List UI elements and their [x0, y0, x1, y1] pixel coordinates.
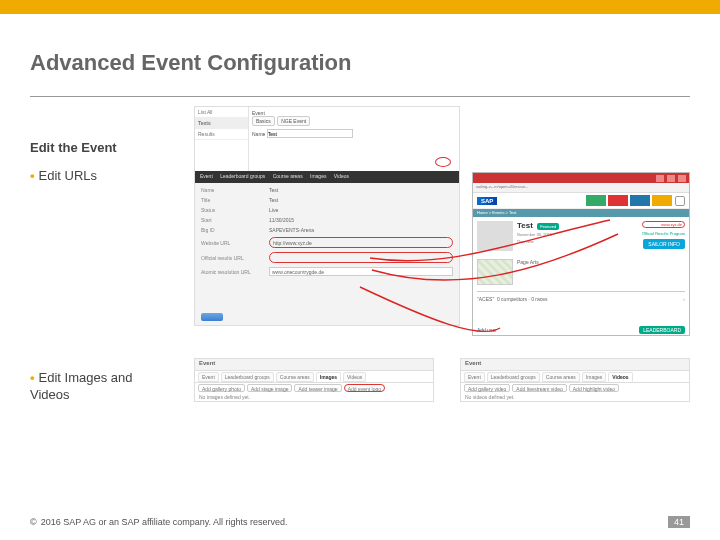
- leaderboard-button[interactable]: LEADERBOARD: [639, 326, 685, 334]
- event-date: November 30, 2015: [517, 232, 559, 237]
- races-sub: 0 competitors · 0 races: [497, 296, 548, 302]
- add-user-link[interactable]: Add user: [477, 327, 497, 333]
- add-stage-image-button[interactable]: Add stage image: [247, 384, 293, 392]
- field-label: Atomic resolution URL: [201, 269, 269, 275]
- videos-tabstrip: Event Event Leaderboard groups Course ar…: [460, 358, 690, 402]
- add-event-logo-button[interactable]: Add event logo: [344, 384, 385, 392]
- bullet-icon: •: [30, 168, 35, 183]
- admin-form-body: NameTest TitleTest StatusLive Start11/30…: [195, 183, 459, 325]
- tab[interactable]: Leaderboard groups: [487, 372, 540, 382]
- map-thumbnail[interactable]: [477, 259, 513, 285]
- field-label: Title: [201, 197, 269, 203]
- page-number: 41: [668, 516, 690, 528]
- nav-tile[interactable]: [608, 195, 628, 206]
- title-divider: [30, 96, 690, 97]
- copyright-icon: ©: [30, 517, 37, 527]
- add-gallery-photo-button[interactable]: Add gallery photo: [198, 384, 245, 392]
- tab-basics[interactable]: Basics: [252, 116, 275, 126]
- dark-tab[interactable]: Course areas: [273, 173, 303, 179]
- browser-screenshot: sailing-v-..m/openui5/resour... SAP Home…: [472, 172, 690, 336]
- sailor-info-button[interactable]: SAILOR INFO: [643, 239, 685, 249]
- tabstrip-tabs: Event Leaderboard groups Course areas Im…: [461, 371, 689, 383]
- event-page-body: Test Featured November 30, 2015 Overview…: [473, 217, 689, 337]
- tabstrip-tabs: Event Leaderboard groups Course areas Im…: [195, 371, 433, 383]
- header-name-input[interactable]: [267, 129, 353, 138]
- field-value: Test: [269, 197, 453, 203]
- event-name: Test: [517, 221, 533, 230]
- tabstrip-head: Event: [461, 359, 689, 371]
- official-results-url-value[interactable]: [269, 252, 453, 263]
- admin-header-tabs: Basics NGE Event: [252, 116, 456, 126]
- atomic-url-value[interactable]: www.onecountrygde.de: [269, 267, 453, 276]
- tab[interactable]: Event: [464, 372, 485, 382]
- sidebar-item[interactable]: List All: [195, 107, 248, 118]
- edit-button[interactable]: [201, 313, 223, 321]
- tabstrip-head: Event: [195, 359, 433, 371]
- page-section-label: Page Arts: [517, 259, 539, 285]
- nav-tile[interactable]: [630, 195, 650, 206]
- website-url-value[interactable]: http://www.xyz.de: [269, 237, 453, 248]
- admin-header: Event Basics NGE Event Name: [249, 107, 459, 171]
- tab[interactable]: Images: [582, 372, 606, 382]
- races-label: "ACES": [477, 296, 494, 302]
- search-icon[interactable]: [675, 196, 685, 206]
- tab[interactable]: Leaderboard groups: [221, 372, 274, 382]
- breadcrumb-bar[interactable]: Home > Events > Test: [473, 209, 689, 217]
- images-tabstrip: Event Event Leaderboard groups Course ar…: [194, 358, 434, 402]
- videos-empty-text: No videos defined yet.: [461, 393, 689, 401]
- chevron-right-icon: ›: [683, 296, 685, 302]
- admin-sidebar: List All Texts Results: [195, 107, 249, 171]
- field-label: Status: [201, 207, 269, 213]
- admin-dark-tabs: Event Leaderboard groups Course areas Im…: [195, 171, 459, 183]
- header-name-label: Name: [252, 131, 265, 137]
- window-close-icon[interactable]: [678, 175, 686, 182]
- section-heading: Edit the Event: [30, 140, 117, 155]
- dark-tab[interactable]: Videos: [334, 173, 349, 179]
- edit-callout-circle: [435, 157, 451, 167]
- sidebar-item[interactable]: Texts: [195, 118, 248, 129]
- copyright-text: 2016 SAP AG or an SAP affiliate company.…: [41, 517, 288, 527]
- admin-form-screenshot: List All Texts Results Event Basics NGE …: [194, 106, 460, 326]
- window-max-icon[interactable]: [667, 175, 675, 182]
- nav-tile[interactable]: [652, 195, 672, 206]
- tab-videos[interactable]: Videos: [608, 372, 632, 382]
- races-row[interactable]: "ACES" 0 competitors · 0 races ›: [477, 296, 685, 302]
- event-thumbnail: [477, 221, 513, 251]
- sidebar-item[interactable]: Results: [195, 129, 248, 140]
- add-highlight-video-button[interactable]: Add highlight video: [569, 384, 619, 392]
- tab-images[interactable]: Images: [316, 372, 341, 382]
- slide-title: Advanced Event Configuration: [30, 50, 351, 76]
- dark-tab[interactable]: Images: [310, 173, 326, 179]
- field-value: 11/30/2015: [269, 217, 453, 223]
- overview-link[interactable]: Overview: [517, 239, 559, 244]
- field-label: Website URL: [201, 240, 269, 246]
- bullet-edit-urls: •Edit URLs: [30, 168, 97, 183]
- add-teaser-image-button[interactable]: Add teaser image: [294, 384, 341, 392]
- bullet-edit-urls-text: Edit URLs: [39, 168, 98, 183]
- field-label: Start: [201, 217, 269, 223]
- official-results-link[interactable]: Official Results Program: [642, 231, 685, 236]
- add-livestream-video-button[interactable]: Add livestream video: [512, 384, 566, 392]
- bullet-edit-images: •Edit Images and Videos: [30, 370, 170, 404]
- event-site-link[interactable]: www.xyz.de: [642, 221, 685, 228]
- nav-tile[interactable]: [586, 195, 606, 206]
- bullet-icon: •: [30, 370, 35, 385]
- tabstrip-actions: Add gallery photo Add stage image Add te…: [195, 383, 433, 393]
- tabstrip-actions: Add gallery video Add livestream video A…: [461, 383, 689, 393]
- address-bar[interactable]: sailing-v-..m/openui5/resour...: [473, 183, 689, 193]
- tab[interactable]: Event: [198, 372, 219, 382]
- tab-nge[interactable]: NGE Event: [277, 116, 310, 126]
- dark-tab[interactable]: Event: [200, 173, 213, 179]
- window-min-icon[interactable]: [656, 175, 664, 182]
- slide-root: Advanced Event Configuration Edit the Ev…: [0, 0, 720, 540]
- tab[interactable]: Course areas: [276, 372, 314, 382]
- featured-badge: Featured: [537, 223, 559, 230]
- sap-header: SAP: [473, 193, 689, 209]
- field-value: SAPEVENTS-Arena: [269, 227, 453, 233]
- tab[interactable]: Course areas: [542, 372, 580, 382]
- bullet-edit-images-text: Edit Images and Videos: [30, 370, 133, 402]
- tab[interactable]: Videos: [343, 372, 366, 382]
- brand-stripe: [0, 0, 720, 14]
- dark-tab[interactable]: Leaderboard groups: [220, 173, 265, 179]
- add-gallery-video-button[interactable]: Add gallery video: [464, 384, 510, 392]
